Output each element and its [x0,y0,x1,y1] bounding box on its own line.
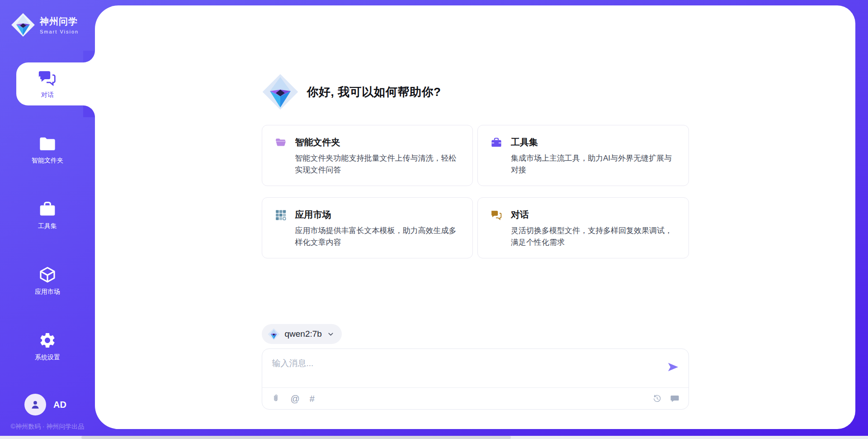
greeting: 你好, 我可以如何帮助你? [262,73,689,110]
person-icon [29,399,41,410]
sidebar-item-label: 工具集 [38,222,57,230]
sidebar-item-label: 智能文件夹 [32,157,63,165]
sidebar-item-label: 应用市场 [35,288,60,296]
card-title: 智能文件夹 [295,136,461,148]
send-icon [667,361,679,373]
greeting-title: 你好, 我可以如何帮助你? [307,84,441,100]
folder-icon [38,134,57,153]
folder-icon [275,137,287,148]
sidebar-item-settings[interactable]: 系统设置 [0,325,95,368]
paperclip-icon[interactable] [271,394,281,403]
sidebar-item-smart-folder[interactable]: 智能文件夹 [0,128,95,171]
diamond-logo-icon [11,13,35,37]
horizontal-scrollbar[interactable] [0,436,868,439]
card-description: 灵活切换多模型文件，支持多样回复效果调试，满足个性化需求 [511,225,677,248]
card-title: 应用市场 [295,209,461,221]
card-description: 应用市场提供丰富长文本模板，助力高效生成多样化文章内容 [295,225,461,248]
tab-fillet-top [83,51,95,62]
model-name: qwen2:7b [285,329,322,339]
cube-icon [38,266,57,284]
sidebar-bottom: AD ©神州数码 · 神州问学出品 [0,394,95,439]
user-initials: AD [53,400,66,410]
sidebar-item-label: 系统设置 [35,353,60,362]
model-selector[interactable]: qwen2:7b [262,324,342,344]
avatar [24,394,46,415]
sidebar-item-toolbox[interactable]: 工具集 [0,194,95,237]
history-icon[interactable] [652,394,662,403]
feature-cards: 智能文件夹 智能文件夹功能支持批量文件上传与清洗，轻松实现文件问答 工具集 集成… [262,125,689,258]
sidebar-nav: 对话 智能文件夹 工具集 应用市场 [0,62,95,391]
toolbox-icon [491,137,502,148]
content-column: 你好, 我可以如何帮助你? 智能文件夹 智能文件夹功能支持批量文件上传与清洗，轻… [262,5,689,429]
chat-bubble-icon[interactable] [670,394,679,403]
scrollbar-thumb[interactable] [81,436,511,439]
grid-icon [275,209,287,221]
card-smart-folder[interactable]: 智能文件夹 智能文件夹功能支持批量文件上传与清洗，轻松实现文件问答 [262,125,473,186]
card-title: 对话 [511,209,677,221]
sidebar-item-label: 对话 [41,91,54,99]
chevron-down-icon [327,330,335,338]
brand-subtitle: Smart Vision [40,29,79,34]
card-toolbox[interactable]: 工具集 集成市场上主流工具，助力AI与外界无缝扩展与对接 [477,125,689,186]
brand-logo: 神州问学 Smart Vision [0,0,95,42]
gear-icon [38,331,57,349]
diamond-logo-icon [262,73,299,110]
sidebar-item-app-market[interactable]: 应用市场 [0,259,95,302]
card-description: 集成市场上主流工具，助力AI与外界无缝扩展与对接 [511,153,677,176]
tab-fillet-bottom [83,105,95,117]
composer-toolbar-right [652,394,679,403]
composer-toolbar: @ # [262,388,689,409]
diamond-logo-icon [268,328,280,340]
chat-icon [38,69,57,87]
toolbox-icon [38,200,57,218]
send-button[interactable] [667,361,679,373]
spacer [262,258,689,324]
main-content-panel: 你好, 我可以如何帮助你? 智能文件夹 智能文件夹功能支持批量文件上传与清洗，轻… [95,5,855,429]
user-account[interactable]: AD [0,394,95,415]
message-composer: @ # [262,348,689,410]
card-chat[interactable]: 对话 灵活切换多模型文件，支持多样回复效果调试，满足个性化需求 [477,197,689,258]
message-input[interactable] [262,349,689,387]
chat-icon [491,209,502,221]
brand-name: 神州问学 [40,15,79,28]
at-icon[interactable]: @ [291,394,300,403]
sidebar-item-chat[interactable]: 对话 [0,62,95,105]
card-description: 智能文件夹功能支持批量文件上传与清洗，轻松实现文件问答 [295,153,461,176]
card-title: 工具集 [511,136,677,148]
sidebar: 神州问学 Smart Vision 对话 智能文件夹 [0,0,95,439]
hash-icon[interactable]: # [310,394,315,403]
card-app-market[interactable]: 应用市场 应用市场提供丰富长文本模板，助力高效生成多样化文章内容 [262,197,473,258]
